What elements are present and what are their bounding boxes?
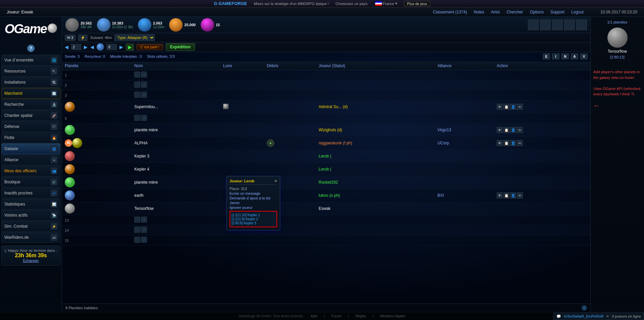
sidebar-item-warriders[interactable]: WarRiders.de 🏎 xyxy=(1,232,60,243)
eye-action-btn[interactable]: 👁 xyxy=(497,140,503,146)
player-cell[interactable]: Wizighots (d) xyxy=(316,124,435,137)
player-cell[interactable]: raggaeskunk (f ph) xyxy=(316,137,435,150)
type-select[interactable]: Type: Attaquer (R) xyxy=(114,34,155,41)
avatar-5[interactable] xyxy=(576,19,587,30)
search-link[interactable]: Chercher xyxy=(506,10,523,14)
eye-action-btn[interactable]: 👁 xyxy=(497,127,503,133)
exchange-button[interactable]: Echanger xyxy=(4,259,57,263)
sidebar-item-mess[interactable]: Mess des officiers 👥 xyxy=(1,166,60,176)
popup-planet-1[interactable]: [1:211:10] Kepler 1 xyxy=(232,213,275,217)
options-link[interactable]: Options xyxy=(530,10,544,14)
go-button[interactable]: ▶ xyxy=(126,44,134,51)
sidebar-item-marchand[interactable]: Marchand 🔄 xyxy=(1,88,60,99)
copy-action-btn[interactable]: 📋 xyxy=(503,104,509,110)
system-input[interactable] xyxy=(107,44,117,50)
copy-action-btn[interactable]: 📋 xyxy=(503,192,509,198)
filter-i[interactable]: I xyxy=(552,53,559,59)
footer-aide[interactable]: Aide xyxy=(310,314,317,318)
popup-jamer-link[interactable]: Jamer xyxy=(230,201,277,205)
player-cell[interactable]: Eswak xyxy=(316,202,435,215)
person-action-btn[interactable]: 👤 xyxy=(510,104,516,110)
planet-name[interactable]: Supermilou... xyxy=(132,100,220,113)
sidebar-item-statistiques[interactable]: Statistiques 📊 xyxy=(1,199,60,210)
prev-system[interactable]: ◀ xyxy=(90,44,94,50)
sidebar-item-galaxie[interactable]: Galaxie 🌀 xyxy=(1,143,60,154)
info-button[interactable]: i xyxy=(582,305,587,311)
eye-action-btn[interactable]: 👁 xyxy=(497,104,503,110)
fleet-button[interactable]: ⚡ xyxy=(78,35,88,41)
avatar-3[interactable] xyxy=(552,19,563,30)
avatar-4[interactable] xyxy=(564,19,575,30)
footer-regles[interactable]: Règles xyxy=(356,314,366,318)
alliance-cell[interactable]: UCorp xyxy=(435,137,494,150)
sidebar-item-vue-ensemble[interactable]: Vue d`ensemble 🌐 xyxy=(1,55,60,65)
filter-v[interactable]: V xyxy=(580,53,588,59)
friends-link[interactable]: Amis xyxy=(491,10,500,14)
planet-name[interactable]: planète mère xyxy=(132,176,220,189)
sidebar-item-recherche[interactable]: Recherche 🔬 xyxy=(1,99,60,110)
sidebar-item-inactifs[interactable]: Inactifs proches 💤 xyxy=(1,188,60,198)
sidebar-item-chantier-spatial[interactable]: Chantier spatial 🚀 xyxy=(1,110,60,121)
sidebar-item-defense[interactable]: Défense 🛡 xyxy=(1,121,60,132)
popup-message-link[interactable]: Ecrire un message xyxy=(230,191,277,195)
edit-action-btn[interactable]: ✏ xyxy=(517,192,523,198)
footer-mentions[interactable]: Mentions légales xyxy=(380,314,405,318)
edit-action-btn[interactable]: ✏ xyxy=(517,127,523,133)
support-link[interactable]: Support xyxy=(550,10,564,14)
galaxy-input[interactable] xyxy=(71,44,81,50)
alliance-cell[interactable]: BXI xyxy=(435,189,494,202)
next-galaxy[interactable]: ▶ xyxy=(84,44,88,50)
avatar-1[interactable] xyxy=(528,19,539,30)
sidebar-item-installations[interactable]: Installations 🏗 xyxy=(1,77,60,88)
filter-n[interactable]: N xyxy=(561,53,569,59)
logout-link[interactable]: Logout xyxy=(571,10,584,14)
person-action-btn[interactable]: 👤 xyxy=(510,140,516,146)
popup-close-button[interactable]: ✕ xyxy=(274,179,277,183)
planet-name[interactable]: earth xyxy=(132,189,220,202)
sidebar-item-sim-combat[interactable]: Sim. Combat ⚡ xyxy=(1,221,60,232)
eye-action-btn[interactable]: 👁 xyxy=(497,192,503,198)
chat-close-button[interactable]: ✕ xyxy=(606,314,609,319)
popup-ignore-link[interactable]: Ignorer joueur xyxy=(230,205,277,210)
country-name[interactable]: France xyxy=(383,2,394,6)
sidebar-item-alliance[interactable]: Alliance ⚔ xyxy=(1,154,60,165)
next-system[interactable]: ▶ xyxy=(119,44,123,50)
ranking-link[interactable]: Classement (1374) xyxy=(433,10,467,14)
popup-planet-2[interactable]: [1:211:9] Kepler 2 xyxy=(232,217,275,221)
person-action-btn[interactable]: 👤 xyxy=(510,192,516,198)
sidebar-item-ressources[interactable]: Ressources ⛏ xyxy=(1,66,60,77)
country-dropdown-arrow[interactable]: ▾ xyxy=(395,1,397,6)
footer-forum[interactable]: Forum xyxy=(332,314,341,318)
notes-link[interactable]: Notes xyxy=(474,10,484,14)
player-cell[interactable]: lukoo (o ph) xyxy=(316,189,435,202)
edit-action-btn[interactable]: ✏ xyxy=(517,104,523,110)
popup-add-link[interactable]: Demande d`ajout à la list xyxy=(230,196,277,200)
player-cell[interactable]: Lerob ( xyxy=(316,163,435,176)
planet-name[interactable]: ALPHA xyxy=(132,137,220,150)
alliance-cell[interactable]: Virgo13 xyxy=(435,124,494,137)
person-action-btn[interactable]: 👤 xyxy=(510,127,516,133)
sidebar-item-boutique[interactable]: Boutique 🛒 xyxy=(1,177,60,187)
messages-button[interactable]: ✉ 3 xyxy=(65,35,76,41)
player-cell[interactable]: Admiral Su... (d) xyxy=(316,100,435,113)
more-games-btn[interactable]: Plus de jeux xyxy=(404,1,430,6)
planet-name[interactable]: Kepler 4 xyxy=(132,163,220,176)
planet-name[interactable]: Kepler 3 xyxy=(132,150,220,163)
prev-galaxy[interactable]: ◀ xyxy=(65,44,68,50)
edit-action-btn[interactable]: ✏ xyxy=(517,140,523,146)
player-cell[interactable]: Lerob ( xyxy=(316,150,435,163)
filter-e[interactable]: E xyxy=(543,53,550,59)
copy-action-btn[interactable]: 📋 xyxy=(503,127,509,133)
sidebar-item-voisins[interactable]: Voisins actifs 📡 xyxy=(1,210,60,221)
avatar-2[interactable] xyxy=(540,19,551,30)
copy-action-btn[interactable]: 📋 xyxy=(503,140,509,146)
filter-a[interactable]: A xyxy=(571,53,578,59)
popup-planet-3[interactable]: [2:80:8] Kepler 3 xyxy=(232,221,275,225)
planet-name[interactable]: Tensorflow xyxy=(132,202,220,215)
cest-parti-button[interactable]: C`est parti ! xyxy=(137,44,163,50)
expedition-button[interactable]: Expédition xyxy=(166,43,195,51)
help-button[interactable]: ? xyxy=(27,45,35,52)
player-cell[interactable]: Rocket292 xyxy=(316,176,435,189)
planet-name[interactable]: planète mère xyxy=(132,124,220,137)
sidebar-item-flotte[interactable]: Flotte 🔥 xyxy=(1,132,60,143)
